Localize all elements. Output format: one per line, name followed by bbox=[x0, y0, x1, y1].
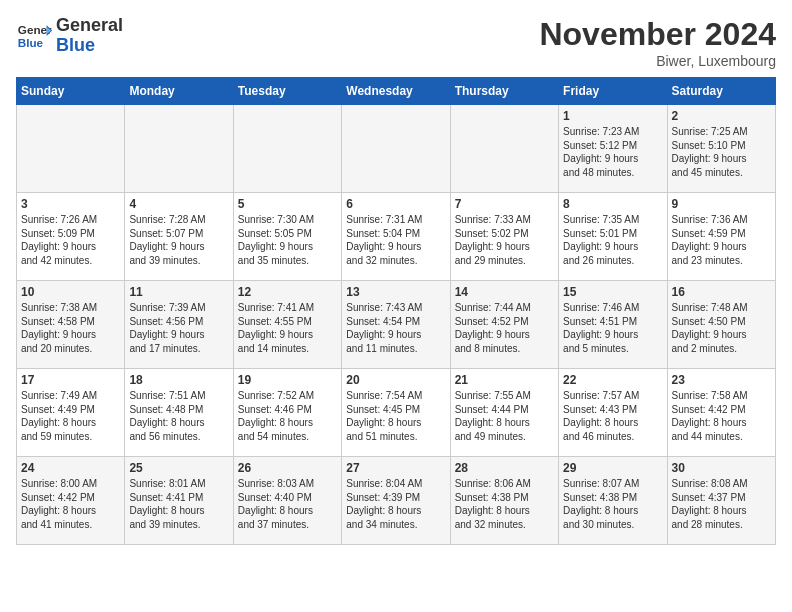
day-cell: 2Sunrise: 7:25 AM Sunset: 5:10 PM Daylig… bbox=[667, 105, 775, 193]
day-cell: 6Sunrise: 7:31 AM Sunset: 5:04 PM Daylig… bbox=[342, 193, 450, 281]
day-info: Sunrise: 8:03 AM Sunset: 4:40 PM Dayligh… bbox=[238, 477, 337, 531]
day-info: Sunrise: 7:54 AM Sunset: 4:45 PM Dayligh… bbox=[346, 389, 445, 443]
day-info: Sunrise: 8:06 AM Sunset: 4:38 PM Dayligh… bbox=[455, 477, 554, 531]
day-info: Sunrise: 7:55 AM Sunset: 4:44 PM Dayligh… bbox=[455, 389, 554, 443]
day-info: Sunrise: 7:48 AM Sunset: 4:50 PM Dayligh… bbox=[672, 301, 771, 355]
day-info: Sunrise: 7:46 AM Sunset: 4:51 PM Dayligh… bbox=[563, 301, 662, 355]
day-number: 23 bbox=[672, 373, 771, 387]
weekday-header-monday: Monday bbox=[125, 78, 233, 105]
day-info: Sunrise: 7:39 AM Sunset: 4:56 PM Dayligh… bbox=[129, 301, 228, 355]
calendar-table: SundayMondayTuesdayWednesdayThursdayFrid… bbox=[16, 77, 776, 545]
day-info: Sunrise: 7:38 AM Sunset: 4:58 PM Dayligh… bbox=[21, 301, 120, 355]
calendar-header: SundayMondayTuesdayWednesdayThursdayFrid… bbox=[17, 78, 776, 105]
day-number: 20 bbox=[346, 373, 445, 387]
day-number: 9 bbox=[672, 197, 771, 211]
day-cell: 4Sunrise: 7:28 AM Sunset: 5:07 PM Daylig… bbox=[125, 193, 233, 281]
day-cell: 28Sunrise: 8:06 AM Sunset: 4:38 PM Dayli… bbox=[450, 457, 558, 545]
day-cell: 16Sunrise: 7:48 AM Sunset: 4:50 PM Dayli… bbox=[667, 281, 775, 369]
day-cell bbox=[450, 105, 558, 193]
day-info: Sunrise: 7:35 AM Sunset: 5:01 PM Dayligh… bbox=[563, 213, 662, 267]
day-number: 4 bbox=[129, 197, 228, 211]
day-cell: 22Sunrise: 7:57 AM Sunset: 4:43 PM Dayli… bbox=[559, 369, 667, 457]
day-number: 24 bbox=[21, 461, 120, 475]
day-number: 1 bbox=[563, 109, 662, 123]
day-number: 30 bbox=[672, 461, 771, 475]
day-cell: 19Sunrise: 7:52 AM Sunset: 4:46 PM Dayli… bbox=[233, 369, 341, 457]
day-cell bbox=[125, 105, 233, 193]
day-cell: 12Sunrise: 7:41 AM Sunset: 4:55 PM Dayli… bbox=[233, 281, 341, 369]
day-cell: 29Sunrise: 8:07 AM Sunset: 4:38 PM Dayli… bbox=[559, 457, 667, 545]
page-header: General Blue General Blue November 2024 … bbox=[16, 16, 776, 69]
day-cell: 11Sunrise: 7:39 AM Sunset: 4:56 PM Dayli… bbox=[125, 281, 233, 369]
day-info: Sunrise: 8:07 AM Sunset: 4:38 PM Dayligh… bbox=[563, 477, 662, 531]
day-cell bbox=[342, 105, 450, 193]
day-number: 11 bbox=[129, 285, 228, 299]
logo-text-blue: Blue bbox=[56, 36, 123, 56]
logo-text-general: General bbox=[56, 16, 123, 36]
day-info: Sunrise: 8:04 AM Sunset: 4:39 PM Dayligh… bbox=[346, 477, 445, 531]
logo-icon: General Blue bbox=[16, 18, 52, 54]
day-info: Sunrise: 7:57 AM Sunset: 4:43 PM Dayligh… bbox=[563, 389, 662, 443]
day-cell: 24Sunrise: 8:00 AM Sunset: 4:42 PM Dayli… bbox=[17, 457, 125, 545]
month-title: November 2024 bbox=[539, 16, 776, 53]
day-number: 21 bbox=[455, 373, 554, 387]
week-row-3: 10Sunrise: 7:38 AM Sunset: 4:58 PM Dayli… bbox=[17, 281, 776, 369]
day-cell: 21Sunrise: 7:55 AM Sunset: 4:44 PM Dayli… bbox=[450, 369, 558, 457]
day-cell: 14Sunrise: 7:44 AM Sunset: 4:52 PM Dayli… bbox=[450, 281, 558, 369]
day-number: 12 bbox=[238, 285, 337, 299]
day-info: Sunrise: 7:52 AM Sunset: 4:46 PM Dayligh… bbox=[238, 389, 337, 443]
day-number: 13 bbox=[346, 285, 445, 299]
day-number: 28 bbox=[455, 461, 554, 475]
day-number: 5 bbox=[238, 197, 337, 211]
day-cell: 5Sunrise: 7:30 AM Sunset: 5:05 PM Daylig… bbox=[233, 193, 341, 281]
week-row-1: 1Sunrise: 7:23 AM Sunset: 5:12 PM Daylig… bbox=[17, 105, 776, 193]
day-info: Sunrise: 7:33 AM Sunset: 5:02 PM Dayligh… bbox=[455, 213, 554, 267]
day-info: Sunrise: 8:08 AM Sunset: 4:37 PM Dayligh… bbox=[672, 477, 771, 531]
day-cell: 25Sunrise: 8:01 AM Sunset: 4:41 PM Dayli… bbox=[125, 457, 233, 545]
day-info: Sunrise: 7:31 AM Sunset: 5:04 PM Dayligh… bbox=[346, 213, 445, 267]
day-number: 27 bbox=[346, 461, 445, 475]
day-info: Sunrise: 7:58 AM Sunset: 4:42 PM Dayligh… bbox=[672, 389, 771, 443]
day-cell: 30Sunrise: 8:08 AM Sunset: 4:37 PM Dayli… bbox=[667, 457, 775, 545]
day-cell: 27Sunrise: 8:04 AM Sunset: 4:39 PM Dayli… bbox=[342, 457, 450, 545]
header-row: SundayMondayTuesdayWednesdayThursdayFrid… bbox=[17, 78, 776, 105]
title-block: November 2024 Biwer, Luxembourg bbox=[539, 16, 776, 69]
day-info: Sunrise: 7:43 AM Sunset: 4:54 PM Dayligh… bbox=[346, 301, 445, 355]
day-cell: 8Sunrise: 7:35 AM Sunset: 5:01 PM Daylig… bbox=[559, 193, 667, 281]
day-info: Sunrise: 7:26 AM Sunset: 5:09 PM Dayligh… bbox=[21, 213, 120, 267]
weekday-header-saturday: Saturday bbox=[667, 78, 775, 105]
weekday-header-friday: Friday bbox=[559, 78, 667, 105]
day-info: Sunrise: 7:51 AM Sunset: 4:48 PM Dayligh… bbox=[129, 389, 228, 443]
day-number: 26 bbox=[238, 461, 337, 475]
day-number: 18 bbox=[129, 373, 228, 387]
logo: General Blue General Blue bbox=[16, 16, 123, 56]
day-info: Sunrise: 8:01 AM Sunset: 4:41 PM Dayligh… bbox=[129, 477, 228, 531]
week-row-5: 24Sunrise: 8:00 AM Sunset: 4:42 PM Dayli… bbox=[17, 457, 776, 545]
day-cell: 1Sunrise: 7:23 AM Sunset: 5:12 PM Daylig… bbox=[559, 105, 667, 193]
day-number: 8 bbox=[563, 197, 662, 211]
day-number: 15 bbox=[563, 285, 662, 299]
weekday-header-sunday: Sunday bbox=[17, 78, 125, 105]
day-info: Sunrise: 8:00 AM Sunset: 4:42 PM Dayligh… bbox=[21, 477, 120, 531]
svg-text:Blue: Blue bbox=[18, 36, 44, 49]
day-info: Sunrise: 7:30 AM Sunset: 5:05 PM Dayligh… bbox=[238, 213, 337, 267]
location-text: Biwer, Luxembourg bbox=[539, 53, 776, 69]
day-info: Sunrise: 7:23 AM Sunset: 5:12 PM Dayligh… bbox=[563, 125, 662, 179]
day-cell: 7Sunrise: 7:33 AM Sunset: 5:02 PM Daylig… bbox=[450, 193, 558, 281]
day-cell bbox=[233, 105, 341, 193]
day-cell: 10Sunrise: 7:38 AM Sunset: 4:58 PM Dayli… bbox=[17, 281, 125, 369]
day-cell: 9Sunrise: 7:36 AM Sunset: 4:59 PM Daylig… bbox=[667, 193, 775, 281]
day-number: 3 bbox=[21, 197, 120, 211]
day-number: 25 bbox=[129, 461, 228, 475]
day-info: Sunrise: 7:28 AM Sunset: 5:07 PM Dayligh… bbox=[129, 213, 228, 267]
day-cell: 13Sunrise: 7:43 AM Sunset: 4:54 PM Dayli… bbox=[342, 281, 450, 369]
day-number: 10 bbox=[21, 285, 120, 299]
day-number: 29 bbox=[563, 461, 662, 475]
day-info: Sunrise: 7:49 AM Sunset: 4:49 PM Dayligh… bbox=[21, 389, 120, 443]
weekday-header-thursday: Thursday bbox=[450, 78, 558, 105]
day-number: 22 bbox=[563, 373, 662, 387]
day-info: Sunrise: 7:44 AM Sunset: 4:52 PM Dayligh… bbox=[455, 301, 554, 355]
day-cell bbox=[17, 105, 125, 193]
day-cell: 17Sunrise: 7:49 AM Sunset: 4:49 PM Dayli… bbox=[17, 369, 125, 457]
day-number: 19 bbox=[238, 373, 337, 387]
